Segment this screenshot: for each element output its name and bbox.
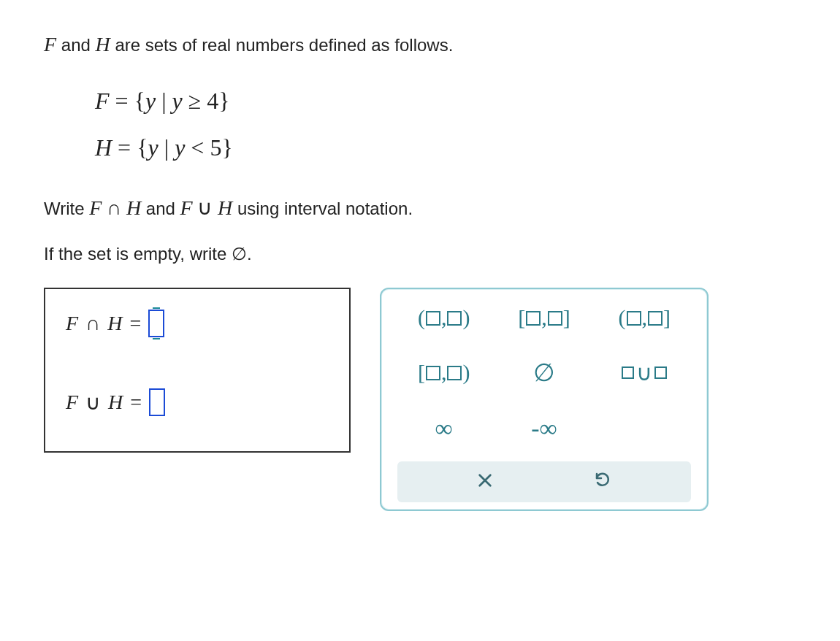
close-icon bbox=[477, 472, 493, 488]
undo-button[interactable] bbox=[585, 469, 620, 495]
prompt-line-1: F and H are sets of real numbers defined… bbox=[44, 29, 796, 60]
intersection-answer-line: F ∩ H = bbox=[66, 310, 329, 337]
label-H: H bbox=[107, 312, 122, 335]
union-answer-line: F ∪ H = bbox=[66, 388, 329, 416]
equals: = bbox=[130, 391, 142, 414]
definition-F: F = {y | y ≥ 4} bbox=[95, 77, 796, 124]
palette-neg-infinity[interactable]: -∞ bbox=[497, 412, 590, 445]
palette-infinity[interactable]: ∞ bbox=[397, 412, 490, 445]
prompt-line-3: If the set is empty, write ∅. bbox=[44, 241, 796, 267]
palette-open-open[interactable]: (,) bbox=[397, 302, 490, 333]
clear-button[interactable] bbox=[468, 469, 502, 495]
palette-empty-set[interactable]: ∅ bbox=[497, 355, 590, 390]
union-symbol: ∪ bbox=[85, 391, 101, 415]
palette-closed-open[interactable]: [,) bbox=[397, 357, 490, 388]
label-H: H bbox=[108, 391, 123, 414]
var-H: H bbox=[96, 33, 110, 55]
label-F: F bbox=[66, 391, 78, 414]
palette-open-closed[interactable]: (,] bbox=[598, 302, 691, 333]
answer-box: F ∩ H = F ∪ H = bbox=[44, 288, 351, 453]
prompt-line-2: Write F ∩ H and F ∪ H using interval not… bbox=[44, 193, 796, 223]
palette-closed-closed[interactable]: [,] bbox=[497, 302, 590, 333]
intersection-input[interactable] bbox=[148, 310, 164, 337]
set-definitions: F = {y | y ≥ 4} H = {y | y < 5} bbox=[95, 77, 796, 171]
equals: = bbox=[130, 312, 142, 335]
palette-union-template[interactable]: ∪ bbox=[598, 356, 691, 388]
label-F: F bbox=[66, 312, 78, 335]
union-input[interactable] bbox=[149, 388, 165, 416]
definition-H: H = {y | y < 5} bbox=[95, 124, 796, 171]
palette-action-bar bbox=[397, 461, 691, 502]
palette-blank bbox=[598, 426, 691, 431]
undo-icon bbox=[594, 471, 611, 488]
intersection-symbol: ∩ bbox=[85, 312, 100, 335]
var-F: F bbox=[44, 33, 56, 55]
symbol-palette: (,) [,] (,] [,) ∅ ∪ ∞ -∞ bbox=[380, 288, 709, 511]
